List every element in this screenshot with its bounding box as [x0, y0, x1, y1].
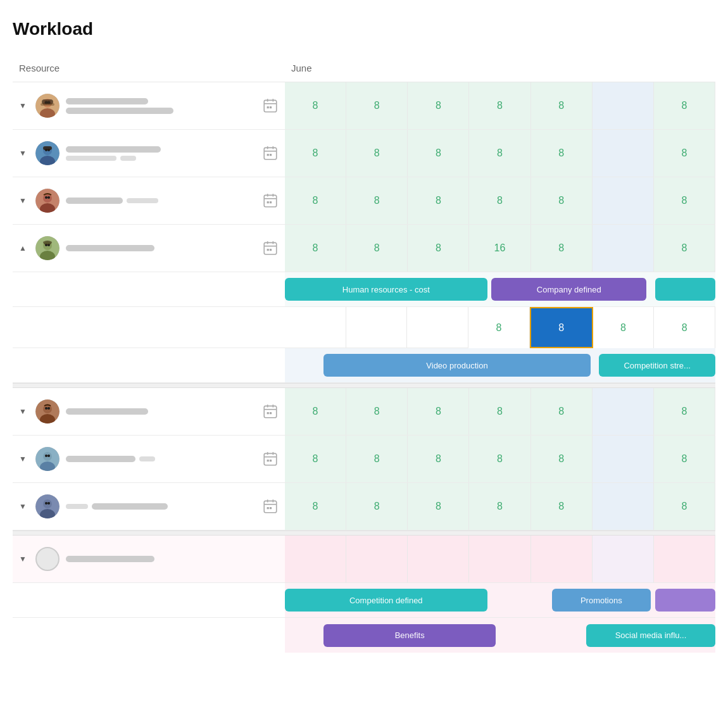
- grid-cell[interactable]: 8: [531, 82, 593, 129]
- chevron-icon[interactable]: ▼: [19, 407, 29, 416]
- task-bar-video-production[interactable]: Video production: [323, 354, 591, 377]
- grid-cell[interactable]: 8: [654, 307, 715, 348]
- calendar-icon[interactable]: [262, 451, 279, 467]
- grid-cell[interactable]: 8: [408, 177, 469, 224]
- resource-row[interactable]: ▼: [13, 436, 285, 483]
- grid-cell[interactable]: 8: [408, 483, 469, 530]
- task-bar-competition-defined[interactable]: Competition defined: [285, 589, 487, 612]
- grid-cell[interactable]: 8: [593, 307, 655, 348]
- resource-header: Resource: [13, 54, 285, 82]
- resource-row-expanded[interactable]: ▲: [13, 225, 285, 272]
- calendar-icon[interactable]: [262, 145, 279, 161]
- grid-cell[interactable]: 8: [531, 177, 593, 224]
- chevron-icon[interactable]: ▼: [19, 555, 29, 563]
- grid-cell[interactable]: 8: [531, 388, 593, 435]
- calendar-icon[interactable]: [262, 498, 279, 515]
- calendar-icon[interactable]: [262, 240, 279, 256]
- grid-cell[interactable]: 8: [346, 225, 408, 272]
- grid-cell[interactable]: 8: [531, 483, 593, 530]
- grid-cell[interactable]: 8: [654, 436, 715, 482]
- grid-cell-empty: [593, 130, 654, 177]
- task-bar-human-resources[interactable]: Human resources - cost: [285, 278, 487, 301]
- grid-cell[interactable]: 8: [285, 483, 346, 530]
- task-bar-competition-stre[interactable]: Competition stre...: [599, 354, 715, 377]
- chevron-icon[interactable]: ▼: [19, 196, 29, 205]
- grid-cell[interactable]: 8: [408, 436, 469, 482]
- grid-cell[interactable]: 8: [285, 436, 346, 482]
- grid-cell[interactable]: 8: [531, 225, 593, 272]
- grid-cell[interactable]: 8: [468, 307, 530, 348]
- grid-cell[interactable]: 8: [346, 177, 408, 224]
- task-bar-social-media[interactable]: Social media influ...: [586, 624, 715, 647]
- calendar-icon[interactable]: [262, 403, 279, 420]
- grid-section-separator-2: [285, 530, 715, 536]
- task-bar-benefits[interactable]: Benefits: [323, 624, 496, 647]
- grid-cell[interactable]: 8: [285, 82, 346, 129]
- grid-cell[interactable]: 8: [469, 82, 530, 129]
- svg-rect-45: [267, 249, 269, 251]
- grid-cell[interactable]: 8: [346, 483, 408, 530]
- resource-row[interactable]: ▼: [13, 388, 285, 436]
- grid-cell[interactable]: 8: [469, 483, 530, 530]
- name-bar: [66, 146, 161, 153]
- grid-cell[interactable]: 8: [346, 436, 408, 482]
- grid-cell[interactable]: 8: [654, 82, 715, 129]
- grid-cell[interactable]: 8: [469, 436, 530, 482]
- resource-info: [66, 408, 256, 415]
- resource-info: [66, 198, 256, 204]
- grid-cell[interactable]: 8: [285, 177, 346, 224]
- sub-bar-small: [120, 156, 136, 161]
- chevron-icon[interactable]: ▼: [19, 455, 29, 463]
- grid-cell[interactable]: 8: [408, 388, 469, 435]
- bottom-task-spacer-2: [13, 618, 285, 653]
- svg-rect-63: [264, 453, 277, 465]
- chevron-icon[interactable]: ▼: [19, 502, 29, 511]
- grid-cell[interactable]: 8: [285, 388, 346, 435]
- resource-row[interactable]: ▼: [13, 483, 285, 530]
- resource-row[interactable]: ▼: [13, 130, 285, 177]
- grid-cell[interactable]: 8: [469, 130, 530, 177]
- last-resource-row[interactable]: ▼: [13, 536, 285, 583]
- grid-cell[interactable]: 8: [654, 177, 715, 224]
- task-bar-promotions[interactable]: Promotions: [552, 589, 651, 612]
- resource-row[interactable]: ▼: [13, 177, 285, 225]
- grid-cell[interactable]: 16: [469, 225, 530, 272]
- grid-cell[interactable]: 8: [531, 436, 593, 482]
- grid-cell[interactable]: 8: [531, 130, 593, 177]
- grid-cell-selected[interactable]: 8: [530, 307, 593, 348]
- grid-cell[interactable]: 8: [654, 130, 715, 177]
- grid-cell[interactable]: 8: [654, 388, 715, 435]
- grid-cell[interactable]: 8: [654, 225, 715, 272]
- task-bar-extra[interactable]: [655, 278, 715, 301]
- name-bar-row: [66, 456, 256, 462]
- chevron-icon[interactable]: ▼: [19, 101, 29, 110]
- grid-cell[interactable]: 8: [469, 388, 530, 435]
- calendar-icon[interactable]: [262, 97, 279, 114]
- grid-cell[interactable]: 8: [654, 483, 715, 530]
- grid-cell[interactable]: 8: [346, 82, 408, 129]
- grid-cell-pink: [285, 536, 346, 582]
- svg-point-62: [47, 455, 50, 457]
- resource-row[interactable]: ▼: [13, 82, 285, 130]
- task-bar-extra-purple[interactable]: [655, 589, 715, 612]
- chevron-icon[interactable]: ▼: [19, 149, 29, 158]
- svg-rect-41: [264, 242, 277, 254]
- avatar: [35, 447, 60, 471]
- grid-cell[interactable]: 8: [346, 130, 408, 177]
- chevron-icon[interactable]: ▲: [19, 244, 29, 253]
- grid-cell[interactable]: 8: [408, 225, 469, 272]
- grid-cell[interactable]: 8: [346, 388, 408, 435]
- sub-numbers-row: 8 8 8 8: [285, 307, 715, 348]
- task-bar-company-defined[interactable]: Company defined: [491, 278, 646, 301]
- svg-rect-67: [267, 460, 269, 461]
- grid-cell-lavender: [593, 536, 654, 582]
- svg-rect-30: [264, 195, 277, 206]
- grid-cell[interactable]: 8: [408, 82, 469, 129]
- name-bar: [66, 198, 123, 204]
- grid-cell[interactable]: 8: [285, 130, 346, 177]
- calendar-icon[interactable]: [262, 192, 279, 209]
- grid-cell[interactable]: 8: [285, 225, 346, 272]
- grid-cell[interactable]: 8: [469, 177, 530, 224]
- grid-cell[interactable]: 8: [408, 130, 469, 177]
- sub-bar: [127, 198, 158, 203]
